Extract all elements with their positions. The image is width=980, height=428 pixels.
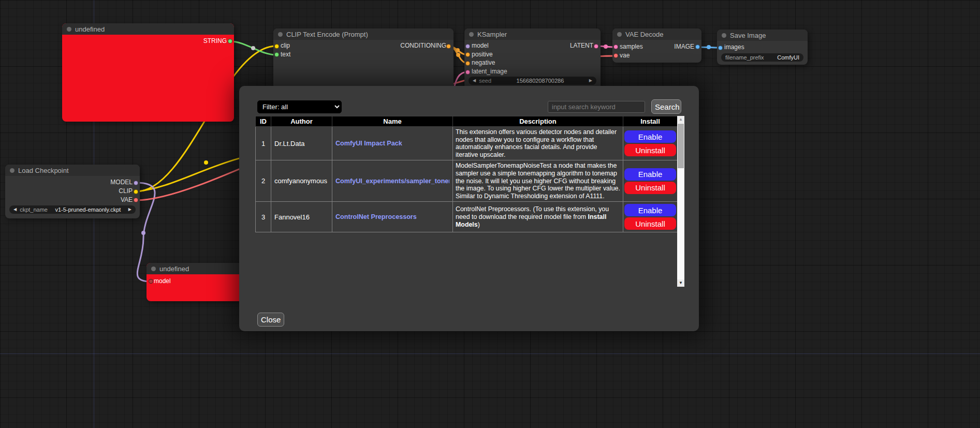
extension-link[interactable]: ControlNet Preprocessors	[335, 213, 449, 220]
uninstall-button[interactable]: Uninstall	[624, 182, 676, 194]
output-label-conditioning: CONDITIONING	[400, 42, 446, 49]
header-id: ID	[256, 116, 271, 127]
stepper-right-icon[interactable]: ▶	[128, 205, 131, 214]
search-button[interactable]: Search	[651, 99, 681, 114]
output-label-string: STRING	[203, 38, 227, 45]
node-title-label: Load Checkpoint	[18, 167, 69, 174]
table-header-row: ID Author Name Description Install	[256, 116, 678, 127]
cell-id: 3	[256, 202, 271, 232]
extension-link[interactable]: ComfyUI_experiments/sampler_tonemap	[335, 178, 449, 185]
output-port-clip[interactable]	[134, 189, 138, 194]
manager-dialog: Filter: all Search ID Author Name Descri…	[239, 86, 699, 331]
input-label-text: text	[281, 51, 290, 58]
input-port-latent-image[interactable]	[465, 70, 470, 75]
cell-description: ControlNet Preprocessors. (To use this e…	[453, 202, 623, 232]
node-title: undefined	[62, 23, 234, 35]
output-port-model[interactable]	[134, 181, 138, 185]
stepper-left-icon[interactable]: ◀	[13, 205, 17, 214]
enable-button[interactable]: Enable	[624, 168, 676, 181]
cell-author: comfyanonymous	[271, 160, 332, 202]
node-title: CLIP Text Encode (Prompt)	[273, 28, 454, 40]
filter-select[interactable]: Filter: all	[257, 100, 342, 113]
link-dot	[707, 45, 711, 49]
cell-description: This extension offers various detector n…	[453, 127, 623, 160]
cell-install: Enable Uninstall	[623, 160, 678, 202]
output-port-conditioning[interactable]	[446, 44, 451, 49]
stepper-right-icon[interactable]: ▶	[589, 77, 592, 85]
collapse-dot-icon[interactable]	[278, 32, 283, 37]
collapse-dot-icon[interactable]	[469, 32, 474, 37]
input-label-vae: vae	[620, 52, 630, 59]
cell-name: ComfyUI_experiments/sampler_tonemap	[332, 160, 453, 202]
node-title: Load Checkpoint	[5, 165, 140, 176]
ckpt-name-widget[interactable]: ◀ ckpt_name v1-5-pruned-emaonly.ckpt ▶	[9, 205, 136, 214]
node-save-image[interactable]: Save Image images filename_prefix ComfyU…	[717, 29, 808, 65]
input-label-latent-image: latent_image	[472, 68, 507, 75]
input-port-vae[interactable]	[613, 53, 618, 58]
input-port-text[interactable]	[274, 52, 279, 57]
node-load-checkpoint[interactable]: Load Checkpoint MODEL CLIP VAE ◀ ckpt_na…	[5, 165, 140, 218]
graph-canvas[interactable]: undefined STRING CLIP Text Encode (Promp…	[0, 0, 980, 428]
node-title-label: Save Image	[730, 32, 766, 39]
node-title-label: VAE Decode	[625, 31, 663, 38]
input-port-negative[interactable]	[465, 61, 470, 66]
input-port-images[interactable]	[718, 46, 723, 50]
collapse-dot-icon[interactable]	[10, 168, 14, 173]
output-label-model: MODEL	[110, 179, 133, 186]
node-title: KSampler	[464, 28, 601, 40]
collapse-dot-icon[interactable]	[617, 32, 622, 37]
node-ksampler[interactable]: KSampler model positive negative latent_…	[464, 28, 601, 91]
extension-table: ID Author Name Description Install 1 Dr.…	[255, 116, 678, 232]
link-dot	[456, 53, 460, 57]
cell-name: ControlNet Preprocessors	[332, 202, 453, 232]
collapse-dot-icon[interactable]	[151, 267, 156, 271]
enable-button[interactable]: Enable	[624, 130, 676, 143]
enable-button[interactable]: Enable	[624, 204, 676, 216]
uninstall-button[interactable]: Uninstall	[624, 217, 676, 230]
input-label-model: model	[472, 42, 489, 49]
cell-author: Dr.Lt.Data	[271, 127, 332, 160]
output-port-string[interactable]	[228, 39, 232, 43]
extension-link[interactable]: ComfyUI Impact Pack	[335, 140, 449, 147]
node-undefined-top[interactable]: undefined STRING	[62, 23, 234, 122]
widget-value: v1-5-pruned-emaonly.ckpt	[51, 206, 125, 213]
scroll-down-icon[interactable]: ▼	[677, 279, 684, 287]
output-port-image[interactable]	[695, 45, 700, 49]
seed-widget[interactable]: ◀ seed 156680208700286 ▶	[469, 77, 596, 85]
search-input[interactable]	[548, 101, 645, 113]
output-label-vae: VAE	[121, 197, 133, 203]
scroll-up-icon[interactable]: ▲	[677, 116, 684, 123]
scrollbar-thumb[interactable]	[678, 124, 684, 168]
node-title-label: KSampler	[477, 31, 507, 38]
cell-author: Fannovel16	[271, 202, 332, 232]
input-port-samples[interactable]	[613, 45, 618, 49]
output-port-vae[interactable]	[134, 198, 138, 202]
cell-name: ComfyUI Impact Pack	[332, 127, 453, 160]
link-dot	[456, 48, 460, 52]
input-label-negative: negative	[472, 60, 495, 66]
close-button[interactable]: Close	[257, 313, 284, 327]
input-port-model[interactable]	[465, 44, 470, 49]
input-port-model[interactable]	[149, 279, 153, 284]
cell-description: ModelSamplerTonemapNoiseTest a node that…	[453, 160, 623, 202]
input-port-clip[interactable]	[274, 44, 279, 49]
node-vae-decode[interactable]: VAE Decode samples vae IMAGE	[612, 28, 701, 63]
node-title-label: undefined	[159, 265, 189, 273]
uninstall-button[interactable]: Uninstall	[624, 144, 676, 156]
header-name: Name	[332, 116, 453, 127]
output-label-clip: CLIP	[119, 188, 133, 195]
cell-install: Enable Uninstall	[623, 202, 678, 232]
input-label-clip: clip	[281, 42, 290, 49]
output-label-latent: LATENT	[570, 42, 593, 49]
collapse-dot-icon[interactable]	[67, 27, 71, 32]
input-port-positive[interactable]	[465, 52, 470, 57]
table-scrollbar[interactable]: ▲ ▼	[677, 116, 684, 287]
collapse-dot-icon[interactable]	[722, 33, 726, 38]
link-dot	[604, 45, 608, 49]
output-label-image: IMAGE	[674, 43, 694, 50]
filename-prefix-widget[interactable]: filename_prefix ComfyUI	[721, 53, 803, 62]
stepper-left-icon[interactable]: ◀	[473, 77, 476, 85]
output-port-latent[interactable]	[594, 44, 598, 49]
description-text: ControlNet Preprocessors. (To use this e…	[456, 205, 609, 220]
widget-value: ComfyUI	[767, 54, 799, 61]
